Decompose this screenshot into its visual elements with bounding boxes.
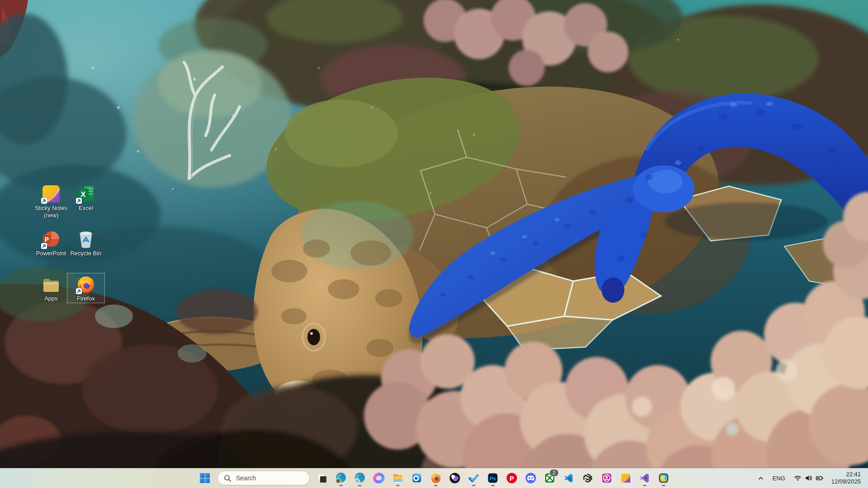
desktop-icon-powerpoint[interactable]: P PowerPoint: [32, 228, 70, 258]
clipchamp-icon: [449, 472, 461, 484]
firefox-icon: [430, 472, 442, 484]
desktop-icon-label: Excel: [79, 205, 93, 212]
taskbar-photoshop[interactable]: Ps: [483, 469, 502, 487]
taskbar-pinterest[interactable]: P: [502, 469, 521, 487]
visual-studio-icon: [639, 472, 651, 484]
edge-icon: [354, 472, 366, 484]
vscode-icon: [563, 472, 575, 484]
search-icon: [224, 474, 231, 482]
desktop-icon-recycle-bin[interactable]: Recycle Bin: [67, 228, 105, 258]
desktop-icon-firefox[interactable]: Firefox: [67, 273, 105, 303]
person-avatar-icon: [601, 472, 613, 484]
battery-charging-icon: [816, 474, 824, 482]
tray-status-button[interactable]: [791, 470, 827, 486]
running-indicator: [643, 485, 646, 486]
volume-icon: [805, 474, 812, 482]
pinterest-icon: P: [506, 472, 518, 484]
chevron-up-icon: [757, 474, 765, 482]
taskbar-file-explorer[interactable]: [388, 469, 407, 487]
taskbar-chatgpt[interactable]: [578, 469, 597, 487]
desktop[interactable]: Sticky Notes (new) X Excel P: [0, 0, 868, 488]
task-view-button[interactable]: [312, 469, 331, 487]
shortcut-arrow-icon: [41, 198, 47, 204]
windows-logo-icon: [199, 473, 210, 483]
desktop-icon-apps[interactable]: Apps: [32, 273, 70, 303]
taskbar-people-app[interactable]: [597, 469, 616, 487]
svg-text:P: P: [45, 236, 49, 243]
shortcut-arrow-icon: [76, 198, 82, 204]
running-indicator: [472, 485, 476, 486]
desktop-icon-sticky-notes[interactable]: Sticky Notes (new): [32, 183, 70, 220]
running-indicator: [396, 485, 400, 486]
outlook-icon: [411, 472, 423, 484]
taskbar-search-box[interactable]: [217, 471, 310, 485]
edge-icon: [335, 472, 347, 484]
shortcut-arrow-icon: [41, 243, 47, 249]
taskbar-center-group: Ps P: [195, 468, 673, 488]
taskbar-firefox[interactable]: [426, 469, 445, 487]
taskbar-microsoft-to-do[interactable]: [464, 469, 483, 487]
copilot-icon: [373, 472, 385, 484]
svg-text:Ps: Ps: [490, 476, 496, 481]
taskbar: Ps P: [0, 468, 868, 488]
taskbar-edge-profile-2[interactable]: [350, 469, 369, 487]
task-view-icon: [316, 472, 328, 484]
running-indicator: [358, 485, 362, 486]
taskbar-edge-profile-1[interactable]: [331, 469, 350, 487]
desktop-icon-label: Apps: [44, 295, 58, 302]
running-indicator: [339, 485, 343, 486]
taskbar-visual-studio[interactable]: [635, 469, 654, 487]
wifi-icon: [794, 474, 802, 482]
discord-icon: [525, 472, 537, 484]
desktop-icon-excel[interactable]: X Excel: [67, 183, 105, 213]
tray-clock-button[interactable]: 22:41 12/09/2025: [828, 470, 863, 486]
taskbar-copilot[interactable]: [369, 469, 388, 487]
sticky-notes-icon: [620, 472, 632, 484]
clock-time: 22:41: [846, 471, 861, 478]
turtle-eye: [307, 329, 320, 345]
running-indicator: [662, 485, 665, 486]
desktop-icon-label: PowerPoint: [36, 250, 66, 257]
desktop-icon-label: Recycle Bin: [71, 250, 102, 257]
wallpaper-art: [0, 0, 868, 488]
file-explorer-icon: [392, 472, 404, 484]
running-indicator: [434, 485, 438, 486]
taskbar-clipchamp[interactable]: [445, 469, 464, 487]
clock-date: 12/09/2025: [831, 478, 861, 485]
recycle-bin-icon: [76, 229, 96, 249]
tray-language-button[interactable]: ENG: [768, 470, 790, 486]
to-do-check-icon: [468, 472, 480, 484]
svg-text:X: X: [80, 190, 86, 199]
desktop-icon-label: Sticky Notes (new): [33, 205, 70, 219]
apps-folder-icon: [41, 274, 61, 294]
svg-text:P: P: [509, 474, 514, 482]
taskbar-discord[interactable]: [521, 469, 540, 487]
running-indicator: [491, 485, 495, 486]
taskbar-xbox[interactable]: 2: [540, 469, 559, 487]
search-input[interactable]: [235, 474, 305, 482]
system-tray: ENG: [755, 468, 868, 488]
notification-badge: 2: [549, 469, 559, 477]
tray-overflow-button[interactable]: [755, 470, 767, 486]
chatgpt-icon: [582, 472, 594, 484]
taskbar-outlook[interactable]: [407, 469, 426, 487]
taskbar-vscode[interactable]: [559, 469, 578, 487]
shortcut-arrow-icon: [76, 288, 82, 294]
desktop-icon-label: Firefox: [77, 295, 95, 302]
taskbar-sticky-notes[interactable]: [616, 469, 635, 487]
taskbar-color-app[interactable]: [654, 469, 673, 487]
color-gradient-app-icon: [658, 472, 670, 484]
language-label: ENG: [773, 475, 785, 482]
start-button[interactable]: [195, 469, 215, 487]
photoshop-icon: Ps: [487, 472, 499, 484]
